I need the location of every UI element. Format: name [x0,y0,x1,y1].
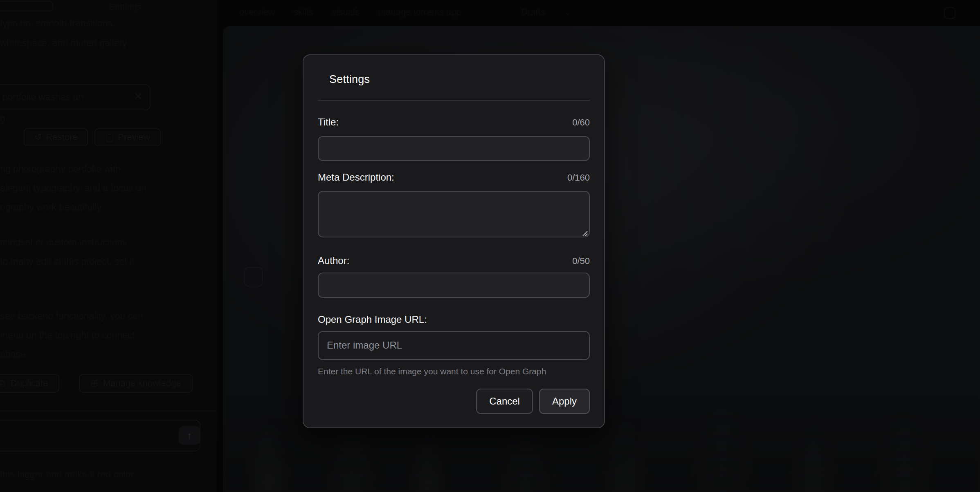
meta-description-counter: 0/160 [567,172,590,183]
title-label: Title: [318,116,339,128]
author-input[interactable] [318,273,590,297]
title-counter: 0/60 [572,117,590,128]
meta-description-label: Meta Description: [318,172,394,183]
cancel-button[interactable]: Cancel [476,389,533,414]
dialog-divider [318,101,590,101]
meta-description-textarea[interactable] [318,191,590,237]
og-image-url-input[interactable] [318,331,590,360]
og-image-label: Open Graph Image URL: [318,314,427,325]
settings-dialog: Settings Title: 0/60 Meta Description: 0… [303,54,605,428]
dialog-title: Settings [329,73,590,86]
og-image-helper-text: Enter the URL of the image you want to u… [318,367,590,376]
apply-button[interactable]: Apply [539,389,590,414]
title-input[interactable] [318,136,590,161]
author-label: Author: [318,255,349,266]
author-counter: 0/50 [572,256,590,266]
